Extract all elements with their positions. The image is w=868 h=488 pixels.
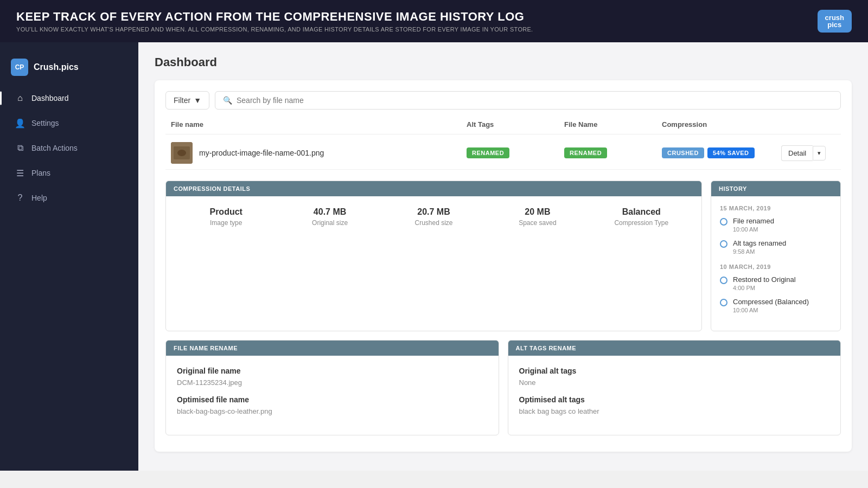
banner-title: KEEP TRACK OF EVERY ACTION FROM THE COMP…	[16, 10, 533, 24]
sidebar-item-plans[interactable]: ☰ Plans	[4, 162, 134, 184]
history-entry-restored: Restored to Original 4:00 PM	[720, 275, 832, 291]
menu-icon: ☰	[15, 168, 25, 178]
search-wrap: 🔍	[215, 91, 841, 110]
original-file-name-field: Original file name DCM-11235234.jpeg	[177, 367, 488, 387]
main-content: Dashboard Filter ▼ 🔍 File name Alt Tags …	[138, 42, 868, 471]
col-alt-tags: Alt Tags	[467, 120, 564, 129]
sidebar-label-dashboard: Dashboard	[31, 94, 69, 102]
compression-badges-cell: CRUSHED 54% SAVED	[662, 147, 781, 158]
history-dot-3	[720, 277, 727, 284]
stat-space-saved: 20 MB Space saved	[488, 207, 586, 227]
file-name-rename-card: FILE NAME RENAME Original file name DCM-…	[165, 340, 499, 435]
filter-chevron-icon: ▼	[194, 96, 201, 105]
sidebar-label-batch: Batch Actions	[31, 144, 78, 152]
optimised-file-name-field: Optimised file name black-bag-bags-co-le…	[177, 395, 488, 415]
detail-button[interactable]: Detail	[781, 145, 813, 161]
alt-rename-body: Original alt tags None Optimised alt tag…	[508, 356, 841, 435]
history-body: 15 MARCH, 2019 File renamed 10:00 AM	[711, 196, 840, 331]
crushed-badge: CRUSHED	[662, 147, 704, 158]
file-name-badge-cell: RENAMED	[564, 147, 662, 158]
original-alt-tags-field: Original alt tags None	[519, 367, 830, 387]
file-name-badge: RENAMED	[564, 147, 607, 158]
file-rename-header: FILE NAME RENAME	[166, 341, 499, 356]
stat-compression-type: Balanced Compression Type	[592, 207, 691, 227]
svg-point-2	[177, 150, 186, 156]
table-header: File name Alt Tags File Name Compression	[165, 120, 841, 134]
col-file-name-col: File Name	[564, 120, 662, 129]
stat-original-size: 40.7 MB Original size	[280, 207, 379, 227]
history-header: HISTORY	[711, 181, 840, 196]
sidebar-item-help[interactable]: ? Help	[4, 187, 134, 209]
brand-name: Crush.pics	[34, 62, 79, 72]
sidebar-label-plans: Plans	[31, 169, 50, 177]
brand-icon: CP	[11, 59, 28, 76]
file-rename-body: Original file name DCM-11235234.jpeg Opt…	[166, 356, 499, 435]
file-name-text: my-product-image-file-name-001.png	[199, 149, 324, 157]
user-icon: 👤	[15, 118, 25, 128]
sidebar-label-settings: Settings	[31, 119, 59, 127]
sidebar-item-settings[interactable]: 👤 Settings	[4, 112, 134, 134]
compression-stats: Product Image type 40.7 MB Original size…	[166, 196, 701, 237]
banner-text: KEEP TRACK OF EVERY ACTION FROM THE COMP…	[16, 10, 533, 33]
table-row: my-product-image-file-name-001.png RENAM…	[165, 137, 841, 170]
history-entry-file-renamed: File renamed 10:00 AM	[720, 217, 832, 233]
banner-subtitle: YOU'LL KNOW EXACTLY WHAT'S HAPPENED AND …	[16, 26, 533, 33]
sidebar-nav: ⌂ Dashboard 👤 Settings ⧉ Batch Actions ☰…	[0, 87, 138, 209]
sidebar-item-dashboard[interactable]: ⌂ Dashboard	[4, 87, 134, 110]
filter-bar: Filter ▼ 🔍	[165, 91, 841, 110]
alt-rename-header: ALT TAGS RENAME	[508, 341, 841, 356]
col-compression: Compression	[662, 120, 781, 129]
history-panel: HISTORY 15 MARCH, 2019 File renamed 10:0…	[711, 181, 841, 331]
history-dot-4	[720, 299, 727, 306]
history-entry-alt-renamed: Alt tags renamed 9:58 AM	[720, 239, 832, 255]
search-icon: 🔍	[223, 96, 232, 105]
optimised-alt-tags-field: Optimised alt tags black bag bags co lea…	[519, 395, 830, 415]
file-thumbnail	[171, 142, 193, 164]
help-icon: ?	[15, 193, 25, 203]
history-date-1: 15 MARCH, 2019	[720, 205, 832, 211]
history-date-2: 10 MARCH, 2019	[720, 264, 832, 270]
rename-cards: FILE NAME RENAME Original file name DCM-…	[165, 340, 841, 435]
sidebar-label-help: Help	[31, 194, 47, 202]
filter-button[interactable]: Filter ▼	[165, 91, 209, 110]
logo: crush pics	[818, 10, 852, 33]
app-body: CP Crush.pics ⌂ Dashboard 👤 Settings ⧉ B…	[0, 42, 868, 471]
history-entry-compressed: Compressed (Balanced) 10:00 AM	[720, 298, 832, 313]
stat-image-type: Product Image type	[177, 207, 275, 227]
history-group-1: 15 MARCH, 2019 File renamed 10:00 AM	[720, 205, 832, 255]
filter-label: Filter	[174, 96, 190, 105]
history-group-2: 10 MARCH, 2019 Restored to Original 4:00…	[720, 264, 832, 313]
col-file-name: File name	[171, 120, 467, 129]
top-expanded: COMPRESSION DETAILS Product Image type 4…	[165, 181, 841, 331]
detail-btn-wrap: Detail ▾	[781, 145, 835, 161]
top-banner: KEEP TRACK OF EVERY ACTION FROM THE COMP…	[0, 0, 868, 42]
saved-badge: 54% SAVED	[707, 147, 755, 158]
page-title: Dashboard	[155, 55, 852, 69]
compression-details-header: COMPRESSION DETAILS	[166, 181, 701, 196]
compression-details-card: COMPRESSION DETAILS Product Image type 4…	[165, 181, 702, 331]
alt-tags-cell: RENAMED	[467, 147, 564, 158]
sidebar-item-batch-actions[interactable]: ⧉ Batch Actions	[4, 137, 134, 159]
history-dot	[720, 218, 727, 226]
file-name-cell: my-product-image-file-name-001.png	[171, 142, 467, 164]
search-input[interactable]	[237, 96, 833, 105]
sidebar: CP Crush.pics ⌂ Dashboard 👤 Settings ⧉ B…	[0, 42, 138, 471]
expanded-details: COMPRESSION DETAILS Product Image type 4…	[165, 170, 841, 441]
detail-dropdown-button[interactable]: ▾	[813, 146, 826, 160]
logo-line2: pics	[827, 21, 841, 28]
layers-icon: ⧉	[15, 143, 25, 153]
alt-tags-rename-card: ALT TAGS RENAME Original alt tags None O…	[508, 340, 841, 435]
history-dot-2	[720, 240, 727, 248]
alt-tags-badge: RENAMED	[467, 147, 509, 158]
home-icon: ⌂	[15, 93, 25, 103]
sidebar-brand: CP Crush.pics	[0, 53, 138, 87]
stat-crushed-size: 20.7 MB Crushed size	[385, 207, 483, 227]
dashboard-card: Filter ▼ 🔍 File name Alt Tags File Name …	[155, 80, 852, 452]
